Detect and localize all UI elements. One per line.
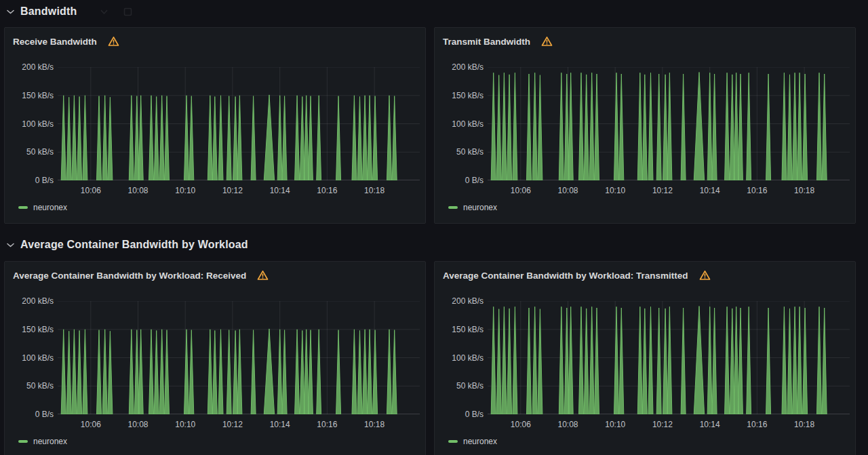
y-axis-tick-label: 50 kB/s [435,380,484,391]
plot-area[interactable] [58,301,420,414]
plot-area[interactable] [58,67,420,180]
x-axis-tick-label: 10:10 [175,186,195,195]
y-axis-tick-label: 200 kB/s [5,296,54,306]
y-axis: 0 B/s50 kB/s100 kB/s150 kB/s200 kB/s [5,28,54,223]
legend-series-label[interactable]: neuronex [463,437,497,446]
chevron-down-icon[interactable] [7,243,14,248]
x-axis-tick-label: 10:18 [794,420,814,429]
legend-series-marker[interactable] [448,440,458,443]
x-axis-tick-label: 10:12 [652,420,673,429]
x-axis-tick-label: 10:16 [317,186,337,195]
x-axis-tick-label: 10:10 [175,420,195,429]
legend-item-neuronex[interactable]: neuronex [18,437,67,446]
x-axis-tick-label: 10:06 [81,420,101,429]
x-axis-tick-label: 10:10 [605,420,625,429]
x-axis: 10:0610:0810:1010:1210:1410:1610:18 [488,186,850,197]
x-axis-tick-label: 10:18 [364,420,384,429]
panel-avg-container-received: Average Container Bandwidth by Workload:… [4,261,426,455]
legend-series-label[interactable]: neuronex [33,203,67,212]
y-axis-tick-label: 0 B/s [435,175,484,186]
chevron-down-icon[interactable] [7,9,14,14]
series-area-neuronex [491,306,827,415]
section-hover-actions [100,7,132,16]
x-axis-tick-label: 10:14 [270,186,290,195]
x-axis-tick-label: 10:12 [652,186,673,195]
angle-icon [100,7,108,16]
y-axis-tick-label: 100 kB/s [5,119,54,130]
legend-series-marker[interactable] [448,206,458,209]
x-axis-tick-label: 10:06 [511,186,531,195]
x-axis-tick-label: 10:06 [81,186,101,195]
time-series-chart: 0 B/s50 kB/s100 kB/s150 kB/s200 kB/s 10:… [5,28,425,223]
y-axis: 0 B/s50 kB/s100 kB/s150 kB/s200 kB/s [5,262,54,455]
section-header-average-container-bandwidth[interactable]: Average Container Bandwidth by Workload [7,235,248,255]
x-axis-tick-label: 10:08 [127,186,148,195]
y-axis-tick-label: 200 kB/s [435,296,484,306]
section-title: Bandwidth [20,5,77,18]
x-axis-tick-label: 10:12 [222,186,243,195]
dashboard: Bandwidth Receive Bandwidth 0 B/s50 kB/s… [0,0,868,455]
x-axis-tick-label: 10:16 [747,420,767,429]
series-area-neuronex [491,73,827,181]
time-series-chart: 0 B/s50 kB/s100 kB/s150 kB/s200 kB/s 10:… [435,28,855,223]
legend-series-marker[interactable] [18,440,28,443]
panel-row-bandwidth: Receive Bandwidth 0 B/s50 kB/s100 kB/s15… [4,27,856,224]
x-axis-tick-label: 10:08 [557,420,578,429]
series-area-neuronex [61,329,397,414]
legend-item-neuronex[interactable]: neuronex [18,203,67,212]
legend-item-neuronex[interactable]: neuronex [448,437,497,446]
series-area-neuronex [61,95,397,180]
legend-series-marker[interactable] [18,206,28,209]
x-axis-tick-label: 10:08 [127,420,148,429]
panel-row-average-container-bandwidth: Average Container Bandwidth by Workload:… [4,261,856,455]
y-axis-tick-label: 150 kB/s [5,90,54,101]
plot-area[interactable] [488,67,850,180]
x-axis-tick-label: 10:16 [747,186,767,195]
y-axis-tick-label: 150 kB/s [5,324,54,335]
x-axis-tick-label: 10:10 [605,186,625,195]
section-header-bandwidth[interactable]: Bandwidth [7,1,132,22]
plot-area[interactable] [488,301,850,414]
x-axis-tick-label: 10:16 [317,420,337,429]
time-series-chart: 0 B/s50 kB/s100 kB/s150 kB/s200 kB/s 10:… [435,262,855,455]
x-axis-tick-label: 10:14 [700,186,720,195]
y-axis: 0 B/s50 kB/s100 kB/s150 kB/s200 kB/s [435,262,484,455]
y-axis-tick-label: 50 kB/s [5,146,54,157]
x-axis-tick-label: 10:14 [700,420,720,429]
x-axis-tick-label: 10:08 [557,186,578,195]
panel-icon [123,7,132,16]
y-axis-tick-label: 200 kB/s [5,62,54,73]
y-axis-tick-label: 150 kB/s [435,324,484,335]
y-axis-tick-label: 100 kB/s [5,353,54,363]
y-axis-tick-label: 0 B/s [435,409,484,420]
y-axis-tick-label: 50 kB/s [435,146,484,157]
y-axis-tick-label: 0 B/s [5,409,54,420]
y-axis-tick-label: 50 kB/s [5,380,54,391]
panel-transmit-bandwidth: Transmit Bandwidth 0 B/s50 kB/s100 kB/s1… [434,27,856,224]
x-axis-tick-label: 10:14 [270,420,290,429]
panel-receive-bandwidth: Receive Bandwidth 0 B/s50 kB/s100 kB/s15… [4,27,426,224]
x-axis-tick-label: 10:12 [222,420,243,429]
x-axis-tick-label: 10:18 [364,186,384,195]
x-axis-tick-label: 10:18 [794,186,814,195]
panel-avg-container-transmitted: Average Container Bandwidth by Workload:… [434,261,856,455]
time-series-chart: 0 B/s50 kB/s100 kB/s150 kB/s200 kB/s 10:… [5,262,425,455]
legend-item-neuronex[interactable]: neuronex [448,203,497,212]
y-axis-tick-label: 200 kB/s [435,62,484,73]
y-axis-tick-label: 150 kB/s [435,90,484,101]
legend-series-label[interactable]: neuronex [463,203,497,212]
y-axis: 0 B/s50 kB/s100 kB/s150 kB/s200 kB/s [435,28,484,223]
y-axis-tick-label: 100 kB/s [435,353,484,363]
section-title: Average Container Bandwidth by Workload [20,239,248,251]
y-axis-tick-label: 100 kB/s [435,119,484,130]
y-axis-tick-label: 0 B/s [5,175,54,186]
x-axis: 10:0610:0810:1010:1210:1410:1610:18 [58,186,420,197]
x-axis: 10:0610:0810:1010:1210:1410:1610:18 [58,420,420,431]
x-axis-tick-label: 10:06 [511,420,531,429]
legend-series-label[interactable]: neuronex [33,437,67,446]
x-axis: 10:0610:0810:1010:1210:1410:1610:18 [488,420,850,431]
